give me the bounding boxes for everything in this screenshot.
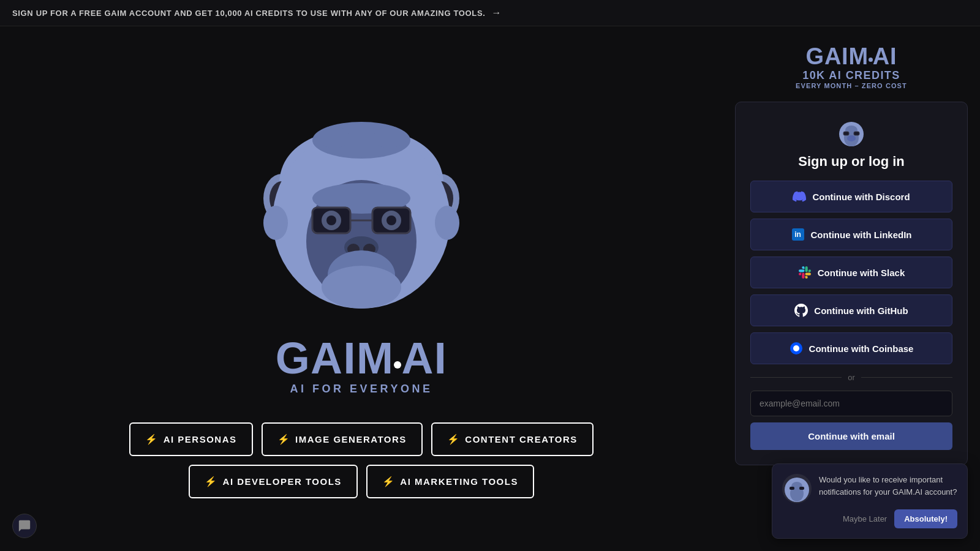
right-header: GAIMAI 10K AI CREDITS EVERY MONTH – ZERO… — [796, 45, 907, 89]
slack-icon — [798, 266, 812, 279]
brand-title: GAIMAI — [276, 336, 448, 380]
top-banner[interactable]: SIGN UP FOR A FREE GAIM ACCOUNT AND GET … — [0, 0, 980, 26]
cat-label-developer-tools: AI DEVELOPER TOOLS — [223, 476, 342, 487]
github-auth-label: Continue with GitHub — [814, 305, 908, 316]
brand-dot — [394, 361, 401, 369]
or-divider: or — [750, 373, 952, 382]
cat-btn-marketing-tools[interactable]: ⚡ AI MARKETING TOOLS — [366, 465, 534, 498]
discord-icon — [793, 190, 806, 203]
or-line-left — [750, 377, 842, 378]
coinbase-auth-button[interactable]: Continue with Coinbase — [750, 332, 952, 364]
svg-point-21 — [374, 126, 404, 148]
bolt-icon-image: ⚡ — [277, 433, 291, 445]
continue-email-label: Continue with email — [808, 431, 895, 441]
absolutely-button[interactable]: Absolutely! — [894, 509, 957, 528]
coinbase-icon — [790, 342, 803, 355]
bolt-icon-personas: ⚡ — [145, 433, 159, 445]
bolt-icon-dev: ⚡ — [205, 476, 218, 487]
credits-sub: EVERY MONTH – ZERO COST — [796, 82, 907, 89]
mascot-area: GAIMAI AI FOR EVERYONE — [248, 79, 475, 395]
credits-text: 10K AI CREDITS — [796, 69, 907, 82]
github-auth-button[interactable]: Continue with GitHub — [750, 294, 952, 326]
brand-subtitle: AI FOR EVERYONE — [290, 383, 433, 395]
svg-point-18 — [322, 266, 401, 309]
bolt-icon-content: ⚡ — [447, 433, 461, 445]
github-icon — [794, 304, 808, 317]
cat-label-content-creators: CONTENT CREATORS — [465, 434, 577, 444]
notification-buttons: Maybe Later Absolutely! — [782, 509, 957, 528]
coinbase-auth-label: Continue with Coinbase — [809, 343, 914, 354]
bolt-icon-marketing: ⚡ — [382, 476, 396, 487]
notification-avatar — [782, 474, 812, 503]
svg-rect-33 — [790, 487, 794, 490]
svg-rect-28 — [854, 132, 859, 135]
cat-btn-ai-personas[interactable]: ⚡ AI PERSONAS — [129, 422, 252, 456]
cat-btn-developer-tools[interactable]: ⚡ AI DEVELOPER TOOLS — [189, 465, 358, 498]
continue-email-button[interactable]: Continue with email — [750, 422, 952, 450]
chat-icon[interactable] — [12, 514, 37, 538]
cat-btn-content-creators[interactable]: ⚡ CONTENT CREATORS — [431, 422, 594, 456]
banner-text: SIGN UP FOR A FREE GAIM ACCOUNT AND GET … — [12, 9, 485, 18]
svg-point-20 — [318, 126, 349, 148]
category-row-1: ⚡ AI PERSONAS ⚡ IMAGE GENERATORS ⚡ CONTE… — [129, 422, 594, 456]
maybe-later-button[interactable]: Maybe Later — [843, 514, 887, 523]
svg-rect-27 — [843, 132, 849, 135]
cat-btn-image-generators[interactable]: ⚡ IMAGE GENERATORS — [262, 422, 423, 456]
linkedin-auth-label: Continue with LinkedIn — [811, 230, 912, 240]
notification-popup: Would you like to receive important noti… — [772, 463, 968, 539]
svg-rect-34 — [799, 487, 804, 490]
svg-point-23 — [435, 206, 459, 240]
banner-arrow: → — [491, 7, 502, 18]
or-label: or — [848, 373, 855, 382]
discord-auth-label: Continue with Discord — [812, 192, 910, 202]
svg-point-29 — [847, 135, 856, 141]
discord-auth-button[interactable]: Continue with Discord — [750, 181, 952, 212]
login-card: Sign up or log in Continue with Discord … — [735, 102, 968, 465]
right-logo-dot — [869, 58, 873, 62]
right-logo: GAIMAI — [796, 45, 907, 68]
svg-point-9 — [326, 216, 336, 225]
svg-point-22 — [263, 206, 288, 240]
cat-label-marketing-tools: AI MARKETING TOOLS — [400, 476, 518, 487]
or-line-right — [861, 377, 952, 378]
linkedin-auth-button[interactable]: in Continue with LinkedIn — [750, 219, 952, 250]
slack-auth-label: Continue with Slack — [818, 268, 905, 278]
notification-content: Would you like to receive important noti… — [782, 474, 957, 503]
slack-auth-button[interactable]: Continue with Slack — [750, 257, 952, 288]
left-panel: GAIMAI AI FOR EVERYONE ⚡ AI PERSONAS ⚡ I… — [0, 26, 723, 550]
email-input[interactable] — [750, 391, 952, 416]
brand-name-area: GAIMAI — [276, 336, 448, 380]
login-card-header: Sign up or log in — [750, 117, 952, 170]
category-buttons: ⚡ AI PERSONAS ⚡ IMAGE GENERATORS ⚡ CONTE… — [129, 422, 594, 498]
sign-up-title: Sign up or log in — [750, 154, 952, 170]
cat-label-image-generators: IMAGE GENERATORS — [295, 434, 407, 444]
card-mascot-icon — [836, 117, 867, 148]
linkedin-icon: in — [791, 228, 805, 241]
category-row-2: ⚡ AI DEVELOPER TOOLS ⚡ AI MARKETING TOOL… — [189, 465, 534, 498]
svg-point-12 — [386, 216, 396, 225]
notification-text: Would you like to receive important noti… — [819, 474, 957, 498]
chat-bubble-icon — [18, 519, 31, 533]
cat-label-ai-personas: AI PERSONAS — [164, 434, 237, 444]
gorilla-image — [248, 79, 475, 336]
